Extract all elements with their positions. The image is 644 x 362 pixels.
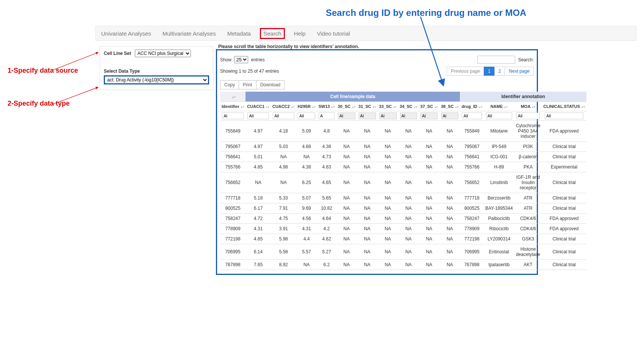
- col-34_SC[interactable]: 34_SC: [398, 102, 419, 111]
- filter-31_SC[interactable]: [359, 112, 376, 119]
- col-CUACC2[interactable]: CUACC2: [271, 102, 296, 111]
- cell: Cytochrome P450 3A4 inducer: [514, 121, 542, 142]
- cell: NA: [271, 152, 296, 162]
- pager-next[interactable]: Next page: [505, 67, 534, 76]
- col-30_SC[interactable]: 30_SC: [336, 102, 357, 111]
- cell: 5.65: [317, 193, 336, 203]
- cell: Palbociclib: [484, 214, 514, 224]
- filter-NAME[interactable]: [486, 112, 512, 119]
- cell: NA: [336, 193, 357, 203]
- cell: 9.69: [296, 203, 317, 214]
- nav-item-multivariate-analyses[interactable]: Multivariate Analyses: [160, 28, 218, 39]
- col-38_SC[interactable]: 38_SC: [439, 102, 460, 111]
- cell: 5.03: [271, 142, 296, 152]
- cell: 5.98: [271, 234, 296, 244]
- cell: Clinical trial: [542, 152, 586, 162]
- nav-item-search[interactable]: Search: [260, 28, 285, 39]
- filter-38_SC[interactable]: [441, 112, 458, 119]
- cell: NA: [398, 152, 419, 162]
- cell: NA: [398, 203, 419, 214]
- cell: 755849: [460, 121, 483, 142]
- download-button[interactable]: Download: [256, 80, 284, 89]
- print-button[interactable]: Print: [239, 80, 256, 89]
- col-CLINICAL.STATUS[interactable]: CLINICAL.STATUS: [542, 102, 586, 111]
- col-H295R[interactable]: H295R: [296, 102, 317, 111]
- cell: 4.8: [317, 121, 336, 142]
- cell: 4.97: [245, 121, 271, 142]
- search-label: Search:: [518, 57, 534, 62]
- cell: 6.25: [296, 172, 317, 193]
- cell: NA: [296, 260, 317, 270]
- col-drug_ID[interactable]: drug_ID: [460, 102, 483, 111]
- col-CUACC1[interactable]: CUACC1: [245, 102, 271, 111]
- pager-prev[interactable]: Previous page: [447, 67, 484, 76]
- col-SW13[interactable]: SW13: [317, 102, 336, 111]
- filter-SW13[interactable]: [319, 112, 335, 119]
- pager-page-1[interactable]: 1: [484, 67, 495, 76]
- cell: NA: [419, 203, 439, 214]
- nav-item-video-tutorial[interactable]: Video tutorial: [315, 28, 352, 39]
- cell: NA: [336, 152, 357, 162]
- col-NAME[interactable]: NAME: [484, 102, 514, 111]
- cell: Clinical trial: [542, 142, 586, 152]
- filter-34_SC[interactable]: [400, 112, 417, 119]
- cell: NA: [357, 142, 377, 152]
- col-Identifier[interactable]: Identifier: [220, 102, 245, 111]
- cell: 755766: [220, 162, 245, 172]
- cell: 758247: [460, 214, 483, 224]
- filter-Identifier[interactable]: [222, 112, 244, 119]
- cell: BAY-1895344: [484, 203, 514, 214]
- cell: NA: [398, 162, 419, 172]
- col-33_SC[interactable]: 33_SC: [378, 102, 398, 111]
- cell: NA: [357, 162, 377, 172]
- nav-item-metadata[interactable]: Metadata: [225, 28, 253, 39]
- cell: 777718: [220, 193, 245, 203]
- cell: PKA: [514, 162, 542, 172]
- filter-H295R[interactable]: [298, 112, 315, 119]
- cell: NA: [336, 172, 357, 193]
- cell: 756641: [220, 152, 245, 162]
- filter-33_SC[interactable]: [379, 112, 396, 119]
- table-row: 7557664.854.984.384.63NANANANANANA755766…: [220, 162, 586, 172]
- cell: NA: [357, 214, 377, 224]
- entries-select[interactable]: 25: [234, 56, 248, 63]
- annotation-step-1: 1-Specify data source: [8, 67, 78, 75]
- cell: NA: [357, 244, 377, 260]
- cell: NA: [419, 162, 439, 172]
- nav-item-univariate-analyses[interactable]: Univariate Analyses: [99, 28, 153, 39]
- cell: NA: [357, 172, 377, 193]
- header-blank[interactable]: [220, 92, 245, 102]
- pager-page-2[interactable]: 2: [494, 67, 505, 76]
- table-panel: Show 25 entries Search: Showing 1 to 25 …: [216, 49, 538, 275]
- cell: 3.91: [271, 224, 296, 234]
- cell: NA: [439, 234, 460, 244]
- col-31_SC[interactable]: 31_SC: [357, 102, 377, 111]
- copy-button[interactable]: Copy: [220, 80, 239, 89]
- table-info: Showing 1 to 25 of 47 entries: [220, 69, 279, 74]
- filter-drug_ID[interactable]: [462, 112, 482, 119]
- cell: β-catenin: [514, 152, 542, 162]
- cell: NA: [336, 244, 357, 260]
- filter-37_SC[interactable]: [420, 112, 438, 119]
- filter-CLINICAL.STATUS[interactable]: [545, 112, 583, 119]
- col-MOA[interactable]: MOA: [514, 102, 542, 111]
- cell: Entinostat: [484, 244, 514, 260]
- cell: IGF-1R and Insulin receptor: [514, 172, 542, 193]
- cell: 706995: [220, 244, 245, 260]
- cell: 800525: [220, 203, 245, 214]
- search-input[interactable]: [477, 56, 515, 64]
- nav-item-help[interactable]: Help: [292, 28, 308, 39]
- filter-MOA[interactable]: [516, 112, 540, 119]
- col-37_SC[interactable]: 37_SC: [419, 102, 439, 111]
- filter-30_SC[interactable]: [338, 112, 355, 119]
- cell: 5.57: [296, 244, 317, 260]
- cell-line-set-select[interactable]: ACC NCI plus Surgical: [135, 50, 191, 57]
- cell: NA: [336, 260, 357, 270]
- cell: NA: [439, 142, 460, 152]
- filter-CUACC1[interactable]: [247, 112, 269, 119]
- cell: CDK4/6: [514, 214, 542, 224]
- cell: NA: [357, 193, 377, 203]
- filter-CUACC2[interactable]: [273, 112, 294, 119]
- cell: Mitotane: [484, 121, 514, 142]
- data-type-select[interactable]: act: Drug Activity (-log10[IC50M]): [104, 75, 209, 84]
